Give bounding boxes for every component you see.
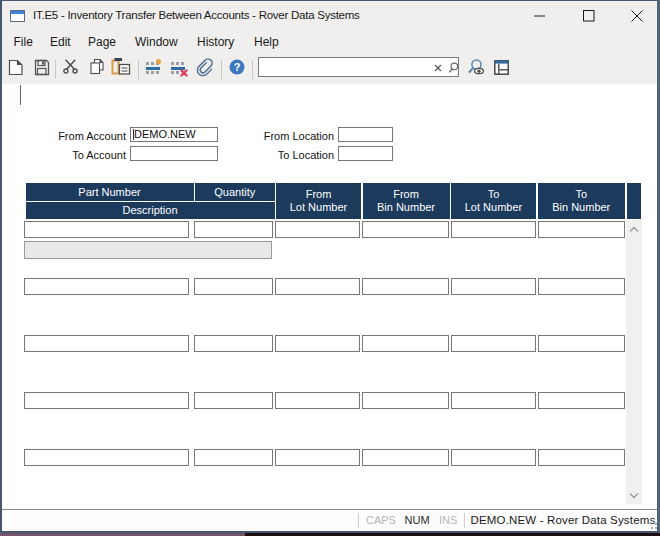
svg-text:?: ? — [234, 61, 241, 73]
